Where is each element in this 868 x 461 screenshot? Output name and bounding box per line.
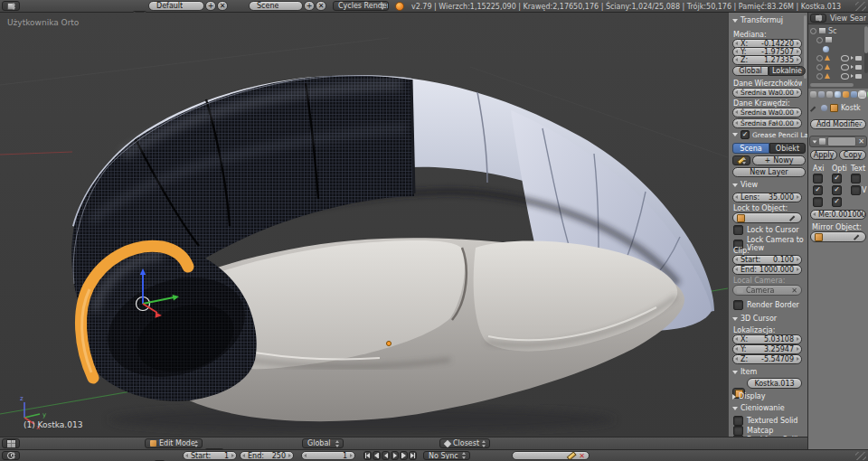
transform-orientation-select[interactable]: Global [302, 438, 344, 448]
editor-type-button-timeline[interactable] [2, 451, 20, 460]
mirror-modifier-header[interactable]: ✕ [809, 136, 867, 147]
outliner-item-scene[interactable]: Sc [810, 26, 862, 35]
outliner-vscrollbar[interactable] [864, 26, 868, 73]
eyedropper-icon[interactable] [854, 233, 862, 241]
pin-icon[interactable] [810, 104, 818, 112]
render-border-row[interactable]: Render Border [733, 300, 799, 310]
panel-view-header[interactable]: View [732, 181, 802, 189]
editor-type-button-outliner[interactable] [810, 14, 826, 23]
mode-select[interactable]: Edit Mode [145, 438, 203, 448]
play-button[interactable] [391, 451, 399, 460]
origin-dot[interactable] [387, 342, 392, 346]
viewport-3d[interactable]: z y x Użytkownika Orto (1) Kostka.013 Tr… [0, 13, 807, 437]
renderability-icon[interactable] [855, 65, 862, 70]
frame-end-field[interactable]: End:250 [240, 451, 294, 460]
outliner-search-menu[interactable]: Search [850, 14, 866, 23]
editor-type-button-3dview[interactable] [2, 438, 20, 448]
tab-constraints-icon[interactable] [851, 91, 857, 98]
selectability-icon[interactable] [851, 74, 854, 78]
modifier-name-field[interactable] [827, 136, 856, 146]
selectability-icon[interactable] [851, 56, 854, 60]
copy-button[interactable]: Copy [839, 150, 866, 160]
clear-keying-set-button[interactable]: ✕ [579, 452, 585, 460]
gp-new-button[interactable]: +Nowy [752, 155, 806, 165]
tab-renderlayers-icon[interactable] [818, 91, 825, 98]
scene-field[interactable]: Scene [249, 1, 303, 11]
viewport-canvas[interactable]: z y x [0, 13, 728, 437]
gp-draw-mode-button[interactable] [732, 155, 750, 165]
render-engine-select[interactable]: Cycles Render [333, 1, 389, 11]
median-z-field[interactable]: Z:1.27335 [732, 55, 802, 65]
mean-bevel-vertex-field[interactable]: Średnia Waga Sk:0.00 [732, 88, 802, 98]
corner-resize-grip[interactable] [855, 452, 866, 460]
close-layout-button[interactable]: ✕ [217, 1, 228, 11]
renderability-icon[interactable] [855, 56, 862, 61]
mirror-object-field[interactable] [810, 231, 866, 242]
mean-crease-field[interactable]: Średnia Fałda:0.00 [732, 118, 802, 128]
window-resize-grip[interactable] [855, 2, 866, 11]
eyedropper-icon[interactable] [789, 214, 797, 222]
outliner-view-menu[interactable]: View [830, 14, 847, 23]
cursor-y-field[interactable]: Y:3.25947 [732, 344, 802, 354]
add-scene-button[interactable]: + [304, 1, 315, 11]
tab-modifiers-icon-active[interactable] [859, 91, 865, 98]
tab-world-icon[interactable] [835, 91, 841, 98]
snap-element-select[interactable]: Closest [439, 438, 490, 448]
visibility-eye-icon[interactable] [841, 55, 849, 61]
active-keying-set-field[interactable]: ✕ [512, 451, 590, 460]
mirror-option-checkbox[interactable]: ✓ [832, 174, 842, 183]
mirror-texture-u-checkbox[interactable] [851, 174, 861, 183]
mirror-axis-z-checkbox[interactable] [813, 197, 823, 207]
add-layout-button[interactable]: + [205, 1, 216, 11]
outliner-item-mesh[interactable] [816, 62, 862, 71]
jump-to-end-button[interactable] [409, 451, 417, 460]
merge-limit-field[interactable]: Me:0.001000 [810, 210, 866, 220]
jump-to-next-keyframe-button[interactable] [400, 451, 408, 460]
lens-field[interactable]: Lens:35.000 [732, 193, 802, 202]
clip-start-field[interactable]: Start:0.100 [732, 255, 802, 265]
outliner-item-mesh[interactable] [816, 53, 862, 62]
mirror-option-checkbox[interactable]: ✓ [832, 197, 842, 207]
panel-3d-cursor-header[interactable]: 3D Cursor [732, 315, 802, 323]
textured-solid-row[interactable]: Textured Solid [733, 416, 797, 426]
delete-modifier-button[interactable]: ✕ [858, 137, 864, 146]
selectability-icon[interactable] [851, 65, 854, 69]
tab-object-icon[interactable] [843, 91, 849, 98]
tab-render-icon[interactable] [810, 91, 816, 98]
properties-tabs[interactable] [809, 90, 868, 98]
outliner-item-renderlayer[interactable] [816, 35, 862, 44]
apply-button[interactable]: Apply [810, 150, 837, 160]
mirror-axis-y-checkbox[interactable]: ✓ [813, 185, 823, 195]
tab-scene-icon[interactable] [826, 91, 833, 98]
jump-to-prev-keyframe-button[interactable] [373, 451, 381, 460]
panel-display-header[interactable]: Display [732, 392, 802, 400]
gp-new-layer-button[interactable]: New Layer [732, 167, 806, 177]
jump-to-start-button[interactable] [363, 451, 372, 460]
cursor-x-field[interactable]: X:5.03108 [732, 334, 802, 344]
play-reverse-button[interactable] [382, 451, 390, 460]
gp-scene-tab[interactable]: Scena [732, 143, 769, 154]
cursor-z-field[interactable]: Z:-5.54709 [732, 354, 802, 364]
gp-object-tab[interactable]: Obiekt [769, 143, 806, 154]
panel-shading-header[interactable]: Cieniowanie [732, 404, 802, 412]
clip-end-field[interactable]: End:1000.000 [732, 265, 802, 275]
item-name-field[interactable]: Kostka.013 [747, 378, 802, 389]
grease-pencil-checkbox[interactable]: ✓ [741, 130, 750, 139]
frame-start-field[interactable]: Start:1 [183, 451, 237, 460]
mirror-axis-x-checkbox[interactable] [813, 174, 823, 183]
mirror-texture-v-checkbox[interactable] [851, 185, 861, 195]
visibility-eye-icon[interactable] [841, 73, 849, 80]
lock-to-cursor-row[interactable]: Lock to Cursor [733, 225, 799, 235]
mirror-option-checkbox[interactable]: ✓ [832, 185, 842, 195]
panel-item-header[interactable]: Item [732, 368, 802, 376]
renderability-icon[interactable] [855, 74, 862, 79]
current-frame-field[interactable]: 1 [301, 451, 355, 460]
sync-mode-select[interactable]: No Sync [423, 451, 470, 460]
screen-layout-field[interactable]: Default [148, 1, 204, 11]
outliner-hscrollbar[interactable] [810, 83, 854, 87]
outliner-item-mesh[interactable] [816, 71, 862, 80]
outliner-item-world[interactable] [823, 44, 862, 53]
panel-grease-pencil-header[interactable]: ✓Grease Pencil Layers [732, 130, 802, 139]
panel-transform-header[interactable]: Transformuj [732, 16, 802, 24]
visibility-eye-icon[interactable] [841, 64, 849, 71]
